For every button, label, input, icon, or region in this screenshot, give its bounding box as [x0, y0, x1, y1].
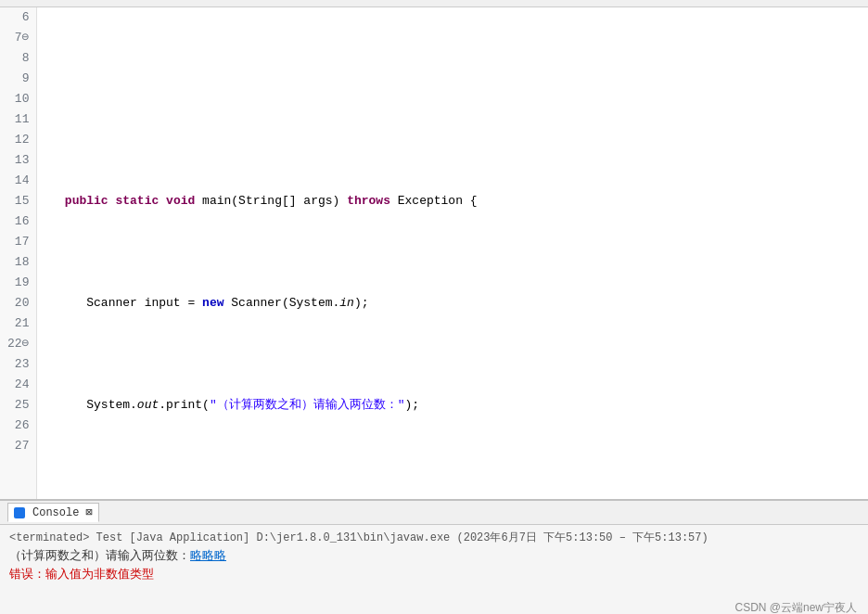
code-lines[interactable]: public static void main(String[] args) t… — [37, 7, 868, 499]
ln-26: 26 — [7, 416, 29, 436]
console-tab-bar: Console ⊠ — [0, 501, 868, 525]
code-container: 6 7⊖ 8 9 10 11 12 13 14 15 16 17 18 19 2… — [0, 7, 868, 499]
ln-16: 16 — [7, 211, 29, 232]
console-panel: Console ⊠ <terminated> Test [Java Applic… — [0, 499, 868, 614]
ln-12: 12 — [7, 130, 29, 150]
console-error-line: 错误：输入值为非数值类型 — [9, 566, 859, 584]
ln-21: 21 — [7, 313, 29, 334]
ln-24: 24 — [7, 375, 29, 395]
ln-14: 14 — [7, 171, 29, 191]
ln-25: 25 — [7, 395, 29, 416]
editor-area: 6 7⊖ 8 9 10 11 12 13 14 15 16 17 18 19 2… — [0, 7, 868, 499]
ln-10: 10 — [7, 89, 29, 109]
console-input-value: 略略略 — [190, 549, 226, 563]
ln-7: 7⊖ — [7, 28, 29, 48]
console-terminated-text: <terminated> Test [Java Application] D:\… — [9, 531, 708, 544]
line-numbers: 6 7⊖ 8 9 10 11 12 13 14 15 16 17 18 19 2… — [0, 7, 37, 499]
code-line-10: float a = 0, b = 0; — [43, 497, 868, 499]
console-terminated-line: <terminated> Test [Java Application] D:\… — [9, 529, 859, 547]
console-tab[interactable]: Console ⊠ — [7, 503, 99, 522]
ln-22: 22⊖ — [7, 334, 29, 354]
ln-11: 11 — [7, 109, 29, 130]
code-line-8: Scanner input = new Scanner(System.in); — [43, 293, 868, 313]
console-icon — [14, 507, 25, 518]
console-tab-label: Console ⊠ — [32, 505, 93, 519]
code-line-7: public static void main(String[] args) t… — [43, 191, 868, 211]
ln-6: 6 — [7, 7, 29, 28]
console-prompt-text: （计算两数之和）请输入两位数： — [9, 549, 190, 563]
ln-19: 19 — [7, 273, 29, 293]
ln-27: 27 — [7, 436, 29, 456]
code-line-9: System.out.print("（计算两数之和）请输入两位数："); — [43, 395, 868, 416]
code-line-6 — [43, 89, 868, 109]
ln-8: 8 — [7, 48, 29, 69]
ln-20: 20 — [7, 293, 29, 313]
ln-9: 9 — [7, 69, 29, 89]
console-prompt-line: （计算两数之和）请输入两位数：略略略 — [9, 547, 859, 566]
ln-18: 18 — [7, 252, 29, 273]
ln-23: 23 — [7, 354, 29, 375]
csdn-watermark: CSDN @云端new宁夜人 — [734, 600, 857, 614]
ln-13: 13 — [7, 150, 29, 171]
console-error-text: 错误：输入值为非数值类型 — [9, 568, 154, 582]
ln-15: 15 — [7, 191, 29, 211]
top-bar — [0, 0, 868, 7]
ln-17: 17 — [7, 232, 29, 252]
